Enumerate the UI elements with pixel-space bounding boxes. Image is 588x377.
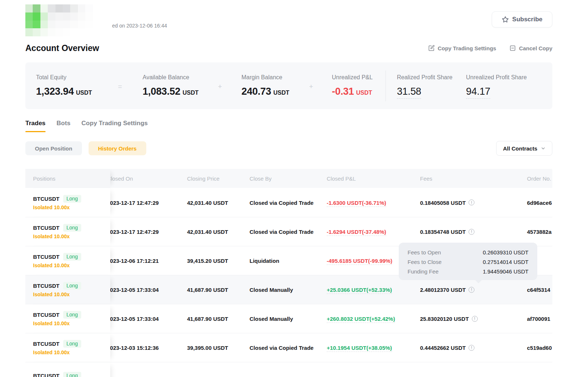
col-order-no: Order No. bbox=[527, 175, 551, 182]
fees-info-icon[interactable]: ! bbox=[469, 200, 474, 206]
position-margin: Isolated 10.00x bbox=[33, 262, 110, 268]
closed-pnl-cell: +25.0366 USDT(+52.33%) bbox=[327, 287, 392, 293]
closed-on-cell: 2023-12-05 17:33:04 bbox=[107, 287, 159, 293]
fees-tooltip: Fees to Open 0.26039310 USDT Fees to Clo… bbox=[399, 243, 537, 280]
subscribe-label: Subscribe bbox=[512, 16, 542, 23]
tooltip-row: Funding Fee 1.94459046 USDT bbox=[408, 267, 528, 276]
copy-trading-settings-label: Copy Trading Settings bbox=[438, 45, 496, 51]
side-badge: Long bbox=[63, 372, 81, 377]
tabs: Trades Bots Copy Trading Settings bbox=[25, 120, 148, 132]
equals-separator: = bbox=[118, 83, 122, 91]
close-by-cell: Closed via Copied Trade bbox=[250, 199, 313, 206]
col-closing-price: Closing Price bbox=[187, 175, 219, 182]
fees-cell: 0.18354748 USDT ! bbox=[420, 229, 474, 235]
edit-icon bbox=[428, 45, 435, 51]
position-symbol: BTCUSDT bbox=[33, 196, 60, 202]
close-by-cell: Closed via Copied Trade bbox=[250, 229, 313, 235]
fees-to-close-value: 0.27514014 USDT bbox=[483, 259, 528, 265]
position-margin: Isolated 10.00x bbox=[33, 349, 110, 355]
tooltip-row: Fees to Close 0.27514014 USDT bbox=[408, 257, 528, 267]
all-contracts-dropdown[interactable]: All Contracts bbox=[496, 141, 552, 156]
table-row[interactable]: 2023-12-17 12:47:29 42,031.40 USDT Close… bbox=[25, 217, 552, 246]
closed-pnl-cell: -495.6185 USDT(-99.99%) bbox=[327, 258, 392, 264]
fees-cell: 0.18405058 USDT ! bbox=[420, 199, 474, 206]
fees-value: 0.18354748 USDT bbox=[420, 229, 466, 235]
position-cell: BTCUSDT Long Isolated 10.00x bbox=[25, 246, 110, 275]
closed-pnl-value: +25.0366 USDT(+52.33%) bbox=[327, 287, 392, 294]
fees-info-icon[interactable]: ! bbox=[469, 287, 474, 293]
star-icon bbox=[502, 16, 509, 23]
funding-fee-value: 1.94459046 USDT bbox=[483, 268, 528, 275]
trade-filters: Open Position History Orders bbox=[25, 141, 146, 155]
open-position-button[interactable]: Open Position bbox=[25, 141, 82, 155]
side-badge: Long bbox=[63, 195, 81, 203]
closed-pnl-value: +10.1954 USDT(+38.05%) bbox=[327, 345, 392, 352]
position-cell: BTCUSDT Long bbox=[25, 362, 110, 377]
closing-price-cell: 39,395.00 USDT bbox=[187, 345, 228, 351]
col-positions: Positions bbox=[25, 169, 110, 188]
side-badge: Long bbox=[63, 282, 81, 290]
tooltip-row: Fees to Open 0.26039310 USDT bbox=[408, 247, 528, 257]
col-closed-on: Closed On bbox=[107, 175, 133, 182]
overview-actions: Copy Trading Settings Cancel Copy bbox=[428, 45, 552, 51]
position-margin: Isolated 10.00x bbox=[33, 204, 110, 210]
subscribe-button[interactable]: Subscribe bbox=[492, 11, 552, 28]
closed-pnl-cell: -1.6294 USDT(-37.48%) bbox=[327, 229, 386, 235]
tab-copy-trading-settings[interactable]: Copy Trading Settings bbox=[82, 120, 148, 132]
closed-pnl-value: -1.6300 USDT(-36.71%) bbox=[327, 199, 386, 207]
plus-separator: + bbox=[309, 83, 313, 91]
close-by-cell: Closed via Copied Trade bbox=[250, 345, 313, 351]
order-no-cell: c64f5314 bbox=[527, 287, 550, 293]
position-margin: Isolated 10.00x bbox=[33, 291, 110, 297]
order-no-cell: 4573882a bbox=[527, 229, 552, 235]
closed-pnl-value: -1.6294 USDT(-37.48%) bbox=[327, 229, 386, 236]
copy-trading-settings-button[interactable]: Copy Trading Settings bbox=[428, 45, 496, 51]
closing-price-cell: 41,687.90 USDT bbox=[187, 316, 228, 322]
position-cell: BTCUSDT Long Isolated 10.00x bbox=[25, 304, 110, 333]
closed-pnl-cell: -1.6300 USDT(-36.71%) bbox=[327, 199, 386, 206]
table-row[interactable]: ! BTCUSDT Long bbox=[25, 362, 552, 377]
table-body: 2023-12-17 12:47:29 42,031.40 USDT Close… bbox=[25, 188, 552, 377]
table-row[interactable]: 2023-12-05 17:33:04 41,687.90 USDT Close… bbox=[25, 304, 552, 333]
tab-bots[interactable]: Bots bbox=[57, 120, 71, 132]
position-cell: BTCUSDT Long Isolated 10.00x bbox=[25, 333, 110, 362]
position-symbol: BTCUSDT bbox=[33, 225, 60, 231]
close-by-cell: Closed Manually bbox=[250, 316, 293, 322]
fees-info-icon[interactable]: ! bbox=[472, 316, 478, 322]
plus-separator: + bbox=[218, 83, 222, 91]
fees-value: 0.44452662 USDT bbox=[420, 345, 466, 351]
fees-value: 25.83020120 USDT bbox=[420, 316, 469, 322]
position-cell: BTCUSDT Long Isolated 10.00x bbox=[25, 188, 110, 217]
fees-value: 0.18405058 USDT bbox=[420, 199, 466, 206]
position-symbol: BTCUSDT bbox=[33, 341, 60, 347]
fees-value: 2.48012370 USDT bbox=[420, 287, 466, 293]
side-badge: Long bbox=[63, 340, 81, 348]
side-badge: Long bbox=[63, 311, 81, 319]
side-badge: Long bbox=[63, 253, 81, 261]
table-row[interactable]: 2023-12-17 12:47:29 42,031.40 USDT Close… bbox=[25, 188, 552, 217]
position-symbol: BTCUSDT bbox=[33, 373, 60, 377]
cancel-copy-button[interactable]: Cancel Copy bbox=[509, 45, 552, 51]
closed-pnl-value: +260.8032 USDT(+52.42%) bbox=[327, 316, 395, 323]
fees-to-open-value: 0.26039310 USDT bbox=[483, 249, 528, 255]
close-by-cell: Liquidation bbox=[250, 258, 279, 264]
col-close-by: Close By bbox=[250, 175, 272, 182]
tab-trades[interactable]: Trades bbox=[25, 120, 46, 132]
fees-info-icon[interactable]: ! bbox=[469, 229, 474, 235]
copied-on-date: ed on 2023-12-06 16:44 bbox=[112, 23, 167, 29]
closing-price-cell: 39,415.20 USDT bbox=[187, 258, 228, 264]
all-contracts-label: All Contracts bbox=[503, 145, 537, 152]
closing-price-cell: 42,031.40 USDT bbox=[187, 229, 228, 235]
minus-square-icon bbox=[509, 45, 516, 51]
cancel-copy-label: Cancel Copy bbox=[519, 45, 552, 51]
table-row[interactable]: 2023-12-03 15:12:36 39,395.00 USDT Close… bbox=[25, 333, 552, 362]
position-margin: Isolated 10.00x bbox=[33, 233, 110, 239]
fees-to-open-label: Fees to Open bbox=[408, 249, 441, 255]
closing-price-cell: 42,031.40 USDT bbox=[187, 199, 228, 206]
page-title: Account Overview bbox=[25, 43, 99, 53]
chevron-down-icon bbox=[541, 145, 545, 152]
position-symbol: BTCUSDT bbox=[33, 283, 60, 289]
fees-info-icon[interactable]: ! bbox=[469, 345, 474, 351]
funding-fee-label: Funding Fee bbox=[408, 268, 438, 275]
history-orders-button[interactable]: History Orders bbox=[89, 141, 146, 155]
